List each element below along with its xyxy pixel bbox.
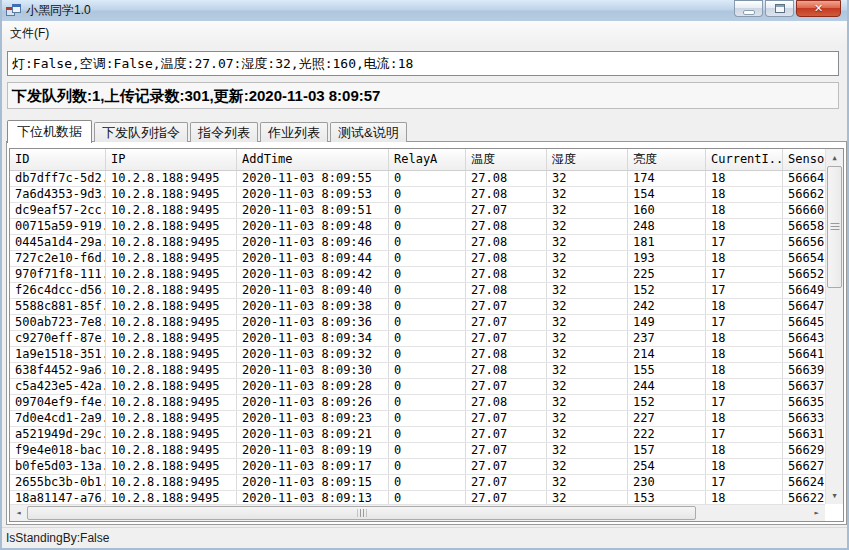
table-row[interactable]: c9270eff-87e...10.2.8.188:94952020-11-03… [10, 331, 825, 347]
cell: 0 [389, 235, 466, 250]
cell: 7a6d4353-9d3... [10, 187, 106, 202]
cell: 56624 [783, 475, 825, 490]
cell: 10.2.8.188:9495 [106, 187, 237, 202]
tab-item[interactable]: 下发队列指令 [94, 122, 188, 142]
menu-item-file[interactable]: 文件(F) [2, 22, 57, 45]
cell: 32 [547, 411, 628, 426]
cell: 17 [706, 315, 783, 330]
table-row[interactable]: db7dff7c-5d2...10.2.8.188:94952020-11-03… [10, 171, 825, 187]
table-row[interactable]: 638f4452-9a6...10.2.8.188:94952020-11-03… [10, 363, 825, 379]
table-row[interactable]: f9e4e018-bac...10.2.8.188:94952020-11-03… [10, 443, 825, 459]
column-header[interactable]: AddTime [237, 149, 389, 171]
table-row[interactable]: 0445a1d4-29a...10.2.8.188:94952020-11-03… [10, 235, 825, 251]
tab-item[interactable]: 测试&说明 [330, 122, 407, 142]
cell: 10.2.8.188:9495 [106, 363, 237, 378]
cell: 27.07 [466, 459, 547, 474]
cell: 56658 [783, 219, 825, 234]
close-button[interactable]: ✕ [796, 0, 841, 17]
cell: 56635 [783, 395, 825, 410]
cell: 0 [389, 363, 466, 378]
column-header[interactable]: ID [10, 149, 106, 171]
cell: 18 [706, 171, 783, 186]
cell: 0 [389, 283, 466, 298]
table-row[interactable]: 500ab723-7e8...10.2.8.188:94952020-11-03… [10, 315, 825, 331]
scroll-up-icon[interactable]: ▲ [826, 149, 843, 166]
table-row[interactable]: 1a9e1518-351...10.2.8.188:94952020-11-03… [10, 347, 825, 363]
vertical-scrollbar-thumb[interactable] [827, 166, 842, 288]
cell: 18 [706, 411, 783, 426]
cell: 244 [628, 379, 706, 394]
table-row[interactable]: 727c2e10-f6d...10.2.8.188:94952020-11-03… [10, 251, 825, 267]
cell: 27.08 [466, 187, 547, 202]
column-header[interactable]: CurrentI... [706, 149, 783, 171]
column-header[interactable]: RelayA [389, 149, 466, 171]
maximize-button[interactable] [765, 0, 794, 17]
tab-item[interactable]: 作业列表 [260, 122, 328, 142]
cell: 27.07 [466, 411, 547, 426]
tab-item[interactable]: 指令列表 [190, 122, 258, 142]
horizontal-scrollbar-thumb[interactable] [27, 506, 696, 520]
cell: 10.2.8.188:9495 [106, 443, 237, 458]
table-row[interactable]: a521949d-29c...10.2.8.188:94952020-11-03… [10, 427, 825, 443]
cell: 638f4452-9a6... [10, 363, 106, 378]
cell: 248 [628, 219, 706, 234]
table-row[interactable]: 00715a59-919...10.2.8.188:94952020-11-03… [10, 219, 825, 235]
cell: 27.08 [466, 267, 547, 282]
vertical-scrollbar[interactable]: ▲ ▼ [825, 149, 843, 504]
app-icon [6, 4, 21, 17]
table-row[interactable]: b0fe5d03-13a...10.2.8.188:94952020-11-03… [10, 459, 825, 475]
column-header[interactable]: Senso [783, 149, 825, 171]
cell: 227 [628, 411, 706, 426]
scroll-left-icon[interactable]: ◄ [10, 505, 27, 522]
table-row[interactable]: 09704ef9-f4e...10.2.8.188:94952020-11-03… [10, 395, 825, 411]
cell: 10.2.8.188:9495 [106, 459, 237, 474]
cell: 32 [547, 299, 628, 314]
scrollbar-grip [357, 509, 366, 517]
cell: 154 [628, 187, 706, 202]
scroll-right-icon[interactable]: ► [808, 505, 825, 522]
minimize-button[interactable] [734, 0, 763, 17]
cell: 2020-11-03 8:09:42 [237, 267, 389, 282]
horizontal-scrollbar[interactable]: ◄ ► [10, 504, 825, 521]
column-header[interactable]: IP [106, 149, 237, 171]
cell: 10.2.8.188:9495 [106, 171, 237, 186]
cell: 0 [389, 411, 466, 426]
cell: 2020-11-03 8:09:44 [237, 251, 389, 266]
tab-selected[interactable]: 下位机数据 [7, 120, 92, 143]
column-header[interactable]: 温度 [466, 149, 547, 171]
cell: 10.2.8.188:9495 [106, 283, 237, 298]
column-header[interactable]: 亮度 [628, 149, 706, 171]
table-row[interactable]: f26c4dcc-d56...10.2.8.188:94952020-11-03… [10, 283, 825, 299]
table-row[interactable]: 7d0e4cd1-2a9...10.2.8.188:94952020-11-03… [10, 411, 825, 427]
cell: 32 [547, 459, 628, 474]
table-row[interactable]: dc9eaf57-2cc...10.2.8.188:94952020-11-03… [10, 203, 825, 219]
cell: b0fe5d03-13a... [10, 459, 106, 474]
cell: 27.08 [466, 347, 547, 362]
cell: 2020-11-03 8:09:21 [237, 427, 389, 442]
table-row[interactable]: 970f71f8-111...10.2.8.188:94952020-11-03… [10, 267, 825, 283]
cell: 56637 [783, 379, 825, 394]
cell: 27.08 [466, 395, 547, 410]
cell: 2020-11-03 8:09:55 [237, 171, 389, 186]
cell: 7d0e4cd1-2a9... [10, 411, 106, 426]
cell: 10.2.8.188:9495 [106, 251, 237, 266]
cell: f9e4e018-bac... [10, 443, 106, 458]
cell: 10.2.8.188:9495 [106, 299, 237, 314]
cell: 0 [389, 427, 466, 442]
cell: 56664 [783, 171, 825, 186]
cell: 18 [706, 299, 783, 314]
table-row[interactable]: 18a81147-a76...10.2.8.188:94952020-11-03… [10, 491, 825, 504]
table-row[interactable]: c5a423e5-42a...10.2.8.188:94952020-11-03… [10, 379, 825, 395]
sensor-summary-textbox[interactable]: 灯:False,空调:False,温度:27.07:湿度:32,光照:160,电… [7, 51, 839, 76]
cell: 2020-11-03 8:09:46 [237, 235, 389, 250]
table-row[interactable]: 2655bc3b-0b1...10.2.8.188:94952020-11-03… [10, 475, 825, 491]
scroll-down-icon[interactable]: ▼ [826, 487, 843, 504]
app-window: 小黑同学1.0 ✕ 文件(F) 灯:False,空调:False,温度:27.0… [0, 0, 849, 550]
table-row[interactable]: 7a6d4353-9d3...10.2.8.188:94952020-11-03… [10, 187, 825, 203]
column-header[interactable]: 湿度 [547, 149, 628, 171]
cell: 5588c881-85f... [10, 299, 106, 314]
cell: 2020-11-03 8:09:36 [237, 315, 389, 330]
cell: 56649 [783, 283, 825, 298]
cell: 56656 [783, 235, 825, 250]
table-row[interactable]: 5588c881-85f...10.2.8.188:94952020-11-03… [10, 299, 825, 315]
